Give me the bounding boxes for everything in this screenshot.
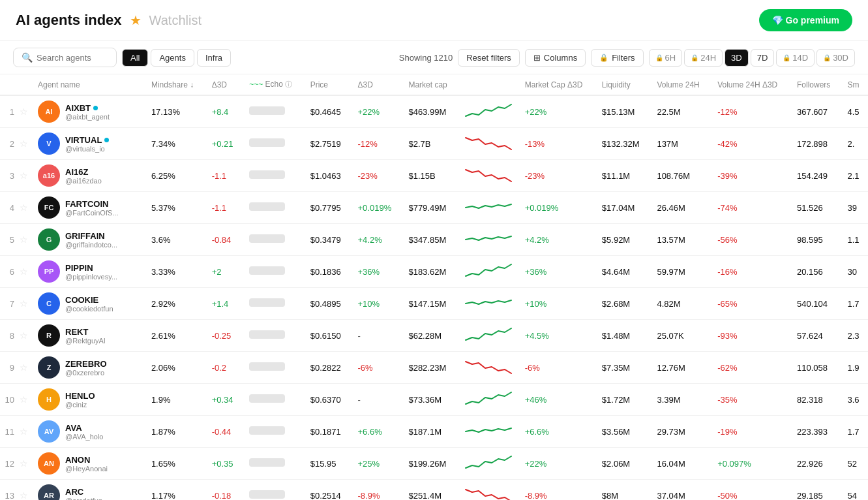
star-cell[interactable]: ☆ xyxy=(18,224,31,256)
mcap-cell: $779.49M xyxy=(402,192,458,224)
col-mcap-delta[interactable]: Market Cap Δ3D xyxy=(518,74,595,95)
star-cell[interactable]: ☆ xyxy=(18,320,31,352)
col-mcap[interactable]: Market cap xyxy=(402,74,458,95)
col-liquidity[interactable]: Liquidity xyxy=(595,74,651,95)
agent-name-cell[interactable]: AI AIXBT @aixbt_agent xyxy=(31,95,145,128)
agent-name-cell[interactable]: PP PIPPIN @pippinlovesy... xyxy=(31,256,145,288)
agent-name-cell[interactable]: R REKT @RektguyAI xyxy=(31,320,145,352)
mcap-chart-cell xyxy=(458,416,518,448)
followers-cell: 22.926 xyxy=(790,448,841,480)
delta3d-ms-cell: -1.1 xyxy=(205,160,243,192)
mcap-cell: $347.85M xyxy=(402,224,458,256)
agent-name-cell[interactable]: AR ARC @arcdotfun xyxy=(31,480,145,501)
time-24h-button[interactable]: 🔒24H xyxy=(684,49,723,67)
echo-cell xyxy=(243,160,304,192)
agent-name-cell[interactable]: Z ZEREBRO @0xzerebro xyxy=(31,352,145,384)
mcap-cell: $183.62M xyxy=(402,256,458,288)
agent-name-cell[interactable]: AN ANON @HeyAnonai xyxy=(31,448,145,480)
star-cell[interactable]: ☆ xyxy=(18,160,31,192)
time-3d-button[interactable]: 3D xyxy=(725,49,749,67)
col-vol24h[interactable]: Volume 24H xyxy=(650,74,711,95)
rank-cell: 1 xyxy=(0,95,18,128)
agent-name: FARTCOIN xyxy=(65,199,118,209)
col-mindshare[interactable]: Mindshare ↓ xyxy=(145,74,205,95)
star-cell[interactable]: ☆ xyxy=(18,480,31,501)
col-sm[interactable]: Sm xyxy=(841,74,868,95)
price-cell: $0.2514 xyxy=(304,480,352,501)
sm-cell: 1.9 xyxy=(841,352,868,384)
agent-handle: @HeyAnonai xyxy=(65,465,108,473)
star-cell[interactable]: ☆ xyxy=(18,448,31,480)
col-followers[interactable]: Followers xyxy=(790,74,841,95)
col-vol24h-delta[interactable]: Volume 24H Δ3D xyxy=(711,74,790,95)
mcap-delta-cell: +6.6% xyxy=(518,416,595,448)
mindshare-cell: 2.92% xyxy=(145,288,205,320)
reset-filters-button[interactable]: Reset filters xyxy=(458,49,520,67)
star-cell[interactable]: ☆ xyxy=(18,288,31,320)
mcap-chart-cell xyxy=(458,256,518,288)
echo-cell xyxy=(243,416,304,448)
agent-name-cell[interactable]: a16 AI16Z @ai16zdao xyxy=(31,160,145,192)
go-premium-button[interactable]: 💎 Go premium xyxy=(759,9,852,31)
filter-buttons: All Agents Infra xyxy=(122,49,231,67)
time-6h-button[interactable]: 🔒6H xyxy=(649,49,683,67)
time-30d-button[interactable]: 🔒30D xyxy=(816,49,855,67)
search-box[interactable]: 🔍 xyxy=(13,48,117,67)
time-7d-button[interactable]: 7D xyxy=(751,49,775,67)
col-delta3d-p[interactable]: Δ3D xyxy=(352,74,402,95)
liquidity-cell: $11.1M xyxy=(595,160,651,192)
mcap-chart-cell xyxy=(458,95,518,128)
filter-infra-button[interactable]: Infra xyxy=(197,49,231,67)
echo-cell xyxy=(243,256,304,288)
star-cell[interactable]: ☆ xyxy=(18,256,31,288)
star-cell[interactable]: ☆ xyxy=(18,192,31,224)
table-row: 7 ☆ C COOKIE @cookiedotfun 2.92% +1.4 $0… xyxy=(0,288,868,320)
col-delta3d-ms[interactable]: Δ3D xyxy=(205,74,243,95)
vol24h-cell: 59.97M xyxy=(650,256,711,288)
rank-cell: 5 xyxy=(0,224,18,256)
mcap-delta-cell: +4.5% xyxy=(518,320,595,352)
rank-cell: 10 xyxy=(0,384,18,416)
mcap-delta-cell: -8.9% xyxy=(518,480,595,501)
liquidity-cell: $2.68M xyxy=(595,288,651,320)
delta3d-price-cell: +25% xyxy=(352,448,402,480)
sm-cell: 2.1 xyxy=(841,160,868,192)
star-cell[interactable]: ☆ xyxy=(18,128,31,160)
agent-handle: @griffaindotco... xyxy=(65,241,117,249)
agent-name-cell[interactable]: AV AVA @AVA_holo xyxy=(31,416,145,448)
agent-name-cell[interactable]: V VIRTUAL @virtuals_io xyxy=(31,128,145,160)
time-14d-button[interactable]: 🔒14D xyxy=(776,49,815,67)
agent-name-cell[interactable]: FC FARTCOIN @FartCoinOfS... xyxy=(31,192,145,224)
agent-name-cell[interactable]: H HENLO @ciniz xyxy=(31,384,145,416)
col-agent-name[interactable]: Agent name xyxy=(31,74,145,95)
liquidity-cell: $7.35M xyxy=(595,352,651,384)
vol24h-cell: 26.46M xyxy=(650,192,711,224)
mcap-delta-cell: +46% xyxy=(518,384,595,416)
mcap-delta-cell: +22% xyxy=(518,448,595,480)
table-row: 13 ☆ AR ARC @arcdotfun 1.17% -0.18 $0.25… xyxy=(0,480,868,501)
delta3d-price-cell: -6% xyxy=(352,352,402,384)
col-echo[interactable]: ~~~ Echo ⓘ xyxy=(243,74,304,95)
star-cell[interactable]: ☆ xyxy=(18,95,31,128)
star-cell[interactable]: ☆ xyxy=(18,352,31,384)
mcap-chart-cell xyxy=(458,224,518,256)
agent-name-cell[interactable]: G GRIFFAIN @griffaindotco... xyxy=(31,224,145,256)
sm-cell: 1.1 xyxy=(841,224,868,256)
star-cell[interactable]: ☆ xyxy=(18,416,31,448)
echo-cell xyxy=(243,192,304,224)
filter-agents-button[interactable]: Agents xyxy=(151,49,194,67)
search-input[interactable] xyxy=(37,53,108,63)
vol24h-cell: 16.04M xyxy=(650,448,711,480)
star-cell[interactable]: ☆ xyxy=(18,384,31,416)
agent-names: HENLO @ciniz xyxy=(65,391,95,409)
col-price[interactable]: Price xyxy=(304,74,352,95)
avatar: AN xyxy=(38,452,60,475)
agent-name-cell[interactable]: C COOKIE @cookiedotfun xyxy=(31,288,145,320)
delta3d-price-cell: -12% xyxy=(352,128,402,160)
delta3d-price-cell: - xyxy=(352,384,402,416)
filters-button[interactable]: 🔒 Filters xyxy=(591,49,643,67)
filter-all-button[interactable]: All xyxy=(122,49,148,67)
watchlist-label[interactable]: Watchlist xyxy=(149,13,202,28)
table-row: 5 ☆ G GRIFFAIN @griffaindotco... 3.6% -0… xyxy=(0,224,868,256)
columns-button[interactable]: ⊞ Columns xyxy=(525,49,586,67)
